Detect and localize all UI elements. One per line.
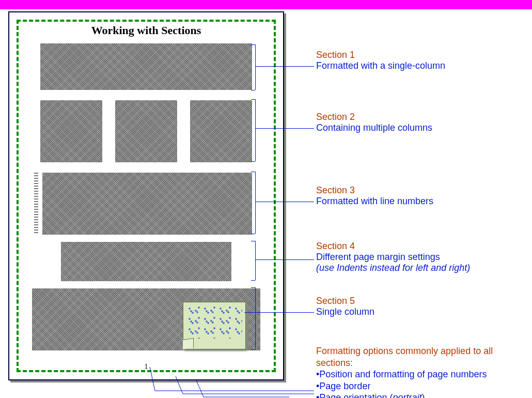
sticky-note-scribble: [186, 305, 242, 339]
section-4-text: [61, 242, 231, 281]
bracket-s4-top: [251, 241, 255, 241]
section-2-col-2: [115, 100, 177, 162]
options-item-2: •Page border: [316, 380, 528, 392]
sticky-note: [183, 302, 246, 349]
section-3-line-numbers: [34, 173, 38, 235]
sticky-note-dogear: [183, 338, 194, 349]
page-number: 1: [9, 363, 283, 371]
section4-note: (use Indents instead for left and right): [316, 263, 470, 273]
annotation-section2: Section 2 Containing multiple columns: [316, 112, 432, 133]
options-head: Formatting options commonly applied to a…: [316, 345, 528, 369]
section3-desc: Formatted with line numbers: [316, 196, 433, 207]
annotation-section5: Section 5 Single column: [316, 296, 374, 317]
leader-s3: [255, 202, 314, 202]
annotation-section4: Section 4 Different page margin settings…: [316, 241, 470, 273]
bracket-s1-bot: [251, 90, 255, 90]
bracket-s1-top: [251, 44, 255, 45]
section1-desc: Formatted with a single-column: [316, 60, 445, 71]
bracket-s3-bot: [251, 234, 255, 234]
leader-s2: [255, 128, 314, 129]
bracket-s2-right: [255, 99, 256, 161]
bracket-s3-right: [255, 172, 256, 234]
bracket-s1-right: [255, 44, 256, 90]
section4-desc: Different page margin settings: [316, 252, 470, 263]
bracket-s2-top: [251, 99, 255, 100]
page-sheet: Working with Sections 1: [8, 11, 284, 380]
section5-desc: Single column: [316, 307, 374, 317]
bracket-s5-right: [255, 287, 256, 349]
bracket-s2-bot: [251, 161, 255, 162]
annotation-section3: Section 3 Formatted with line numbers: [316, 185, 433, 207]
section1-head: Section 1: [316, 50, 445, 60]
leader-s5: [244, 312, 314, 313]
bracket-s5-bot: [251, 349, 255, 350]
section-1-text: [40, 43, 252, 90]
diagram-canvas: Working with Sections 1: [0, 0, 532, 398]
section5-head: Section 5: [316, 296, 374, 307]
common-formatting-options: Formatting options commonly applied to a…: [316, 345, 528, 398]
options-item-3: •Page orientation (portrait): [316, 392, 528, 398]
options-item-1: •Position and formatting of page numbers: [316, 369, 528, 380]
leader-s4: [255, 259, 314, 260]
section-3-text: [42, 173, 252, 235]
section-2-col-3: [190, 100, 252, 162]
bracket-s3-top: [251, 172, 255, 172]
bracket-s4-bot: [251, 280, 255, 281]
bracket-s4-right: [255, 241, 256, 280]
section4-head: Section 4: [316, 241, 470, 252]
bracket-s5-top: [251, 287, 255, 288]
magenta-stripe: [0, 0, 532, 9]
section-2-col-1: [40, 100, 102, 162]
section2-head: Section 2: [316, 112, 432, 123]
page-title: Working with Sections: [9, 24, 283, 37]
section3-head: Section 3: [316, 185, 433, 196]
leader-s1: [255, 66, 314, 67]
annotation-section1: Section 1 Formatted with a single-column: [316, 50, 445, 71]
section2-desc: Containing multiple columns: [316, 123, 432, 133]
